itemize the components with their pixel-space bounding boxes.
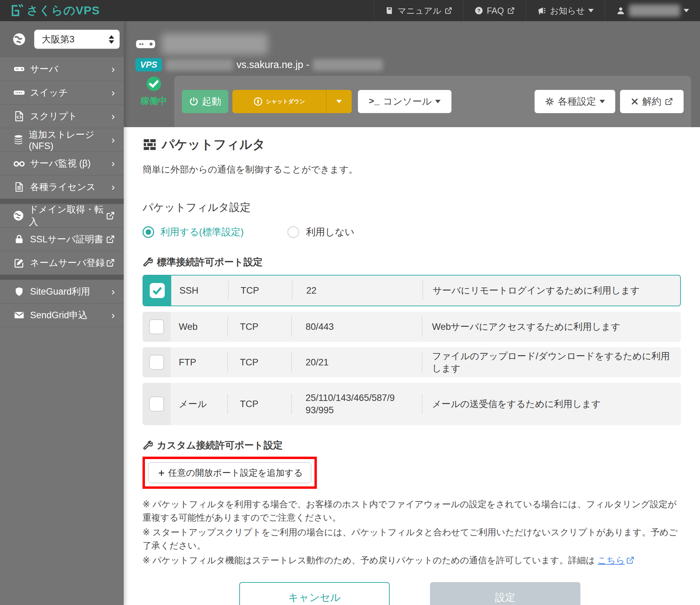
checkbox-unchecked-icon[interactable] [149,355,164,370]
sidebar-item-storage[interactable]: 追加ストレージ(NFS) › [0,128,124,152]
start-button[interactable]: 起動 [182,90,228,113]
globe-icon [12,32,27,47]
license-icon [12,182,27,192]
sidebar-item-switch[interactable]: スイッチ › [0,81,124,105]
radio-no-use-label[interactable]: 利用しない [306,226,354,239]
sidebar-item-label: SSLサーバ証明書 [30,233,103,245]
shield-icon [12,286,27,297]
port-description: Webサーバにアクセスするために利用します [422,312,681,342]
binoculars-icon [12,157,27,170]
question-icon: ? [474,6,483,15]
terminal-icon: >_ [369,96,379,107]
mail-icon [12,310,27,321]
add-custom-port-label: 任意の開放ポート設定を追加する [168,467,303,479]
server-status: 稼働中 [139,76,169,107]
port-row-web: Web TCP 80/443 Webサーバにアクセスするために利用します [143,312,681,342]
sidebar-item-label: ドメイン取得・転入 [29,203,106,228]
storage-icon [12,134,25,146]
note-firewall: ※ パケットフィルタを利用する場合で、お客様のホスト内でファイアウォールの設定を… [143,498,681,524]
submit-button[interactable]: 設定 [430,582,580,605]
status-check-icon [146,76,162,92]
external-link-icon [445,7,452,14]
sidebar-item-siteguard[interactable]: SiteGuard利用 › [0,280,124,304]
sidebar-item-label: SiteGuard利用 [30,285,90,298]
details-link[interactable]: こちら [597,555,625,565]
external-link-icon [507,7,515,14]
port-numbers: 22 [293,275,422,306]
sidebar-item-monitoring[interactable]: サーバ監視 (β) › [0,152,124,175]
annotation-highlight-box: ＋ 任意の開放ポート設定を追加する [143,457,317,489]
chevron-right-icon: › [111,158,115,169]
external-link-icon [106,258,115,267]
user-icon [616,6,625,15]
web-checkbox-cell[interactable] [143,312,171,342]
sidebar-item-nameserver[interactable]: ネームサーバ登録 [0,251,124,275]
cancel-button[interactable]: キャンセル [239,582,390,605]
sidebar-item-sendgrid[interactable]: SendGrid申込 › [0,304,124,327]
server-host-row: VPS vs.sakura.ne.jp - [135,58,383,71]
checkbox-unchecked-icon[interactable] [149,319,164,334]
script-icon [12,110,27,122]
server-title-row [135,33,268,55]
server-header: VPS vs.sakura.ne.jp - 稼働中 起動 [124,21,700,127]
checkbox-unchecked-icon[interactable] [149,396,164,412]
sakura-logo-icon [9,3,23,18]
chevron-right-icon: › [111,182,115,192]
lock-icon [12,234,27,244]
sidebar-item-ssl[interactable]: SSLサーバ証明書 [0,228,124,251]
redacted-ip-address [313,59,383,71]
redacted-subdomain [165,59,233,71]
ssh-checkbox-cell[interactable] [143,275,171,306]
gear-icon [545,97,554,106]
ftp-checkbox-cell[interactable] [143,347,171,377]
app-logo[interactable]: さくらのVPS [0,3,100,18]
main-content: パケットフィルタ 簡単に外部からの通信を制御することができます。 パケットフィル… [124,127,700,605]
console-button[interactable]: >_ コンソール [358,90,452,113]
add-custom-port-button[interactable]: ＋ 任意の開放ポート設定を追加する [148,462,311,483]
standard-ports-table: SSH TCP 22 サーバにリモートログインするために利用します Web TC… [143,275,681,425]
sidebar-item-licenses[interactable]: 各種ライセンス › [0,175,124,199]
radio-use-standard-label[interactable]: 利用する(標準設定) [160,226,244,239]
sidebar-item-script[interactable]: スクリプト › [0,105,124,128]
shutdown-button[interactable]: シャットダウン [232,90,326,113]
x-icon [631,97,639,106]
cancel-contract-button[interactable]: 解約 [620,90,684,113]
chevron-right-icon: › [111,88,115,98]
port-row-mail: メール TCP 25/110/143/465/587/993/995 メールの送… [143,383,681,425]
server-icon [12,63,27,75]
port-numbers: 80/443 [292,312,422,342]
radio-no-use[interactable] [287,226,299,238]
settings-button[interactable]: 各種設定 [535,90,615,113]
sidebar-item-label: スイッチ [30,86,68,99]
sidebar-item-label: ネームサーバ登録 [30,257,105,269]
port-description: メールの送受信をするために利用します [422,383,681,425]
megaphone-icon [537,6,547,15]
select-arrows-icon [109,35,114,44]
account-menu[interactable] [605,0,700,21]
port-name: SSH [171,275,228,306]
sidebar-item-domain[interactable]: ドメイン取得・転入 [0,204,124,228]
region-select[interactable]: 大阪第3 [34,30,120,49]
manual-link[interactable]: マニュアル [374,0,463,21]
globe-icon [12,210,25,221]
sidebar-item-server[interactable]: サーバ › [0,57,124,81]
port-description: ファイルのアップロード/ダウンロードをするために利用します [422,347,681,377]
chevron-right-icon: › [111,111,115,121]
topbar: さくらのVPS マニュアル [0,0,700,21]
port-name: メール [171,383,227,425]
news-menu[interactable]: お知らせ [526,0,605,21]
radio-use-standard[interactable] [143,226,154,238]
shutdown-dropdown-toggle[interactable] [326,90,352,113]
port-name: FTP [171,347,227,377]
sidebar-item-label: スクリプト [30,110,77,122]
external-link-icon [106,211,115,220]
checkbox-checked-icon[interactable] [150,283,165,298]
faq-link[interactable]: ? FAQ [463,0,526,21]
port-row-ftp: FTP TCP 20/21 ファイルのアップロード/ダウンロードをするために利用… [143,347,681,377]
mail-checkbox-cell[interactable] [143,383,171,425]
sidebar-item-label: SendGrid申込 [30,309,88,321]
port-row-ssh: SSH TCP 22 サーバにリモートログインするために利用します [143,275,681,306]
custom-ports-heading-row: カスタム接続許可ポート設定 [143,439,681,452]
console-label: コンソール [383,95,432,108]
port-protocol: TCP [228,312,291,342]
